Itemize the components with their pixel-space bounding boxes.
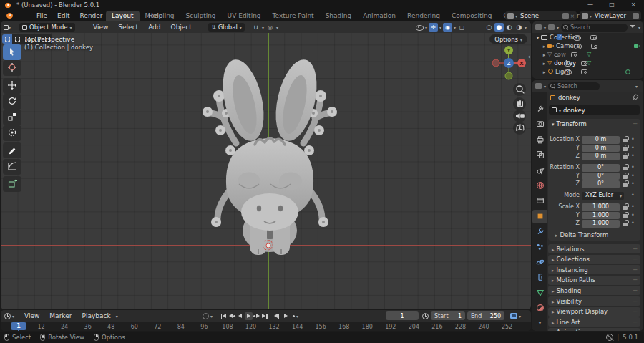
sync-mode-button[interactable] [510,310,521,322]
section-collections[interactable]: Collections [548,255,640,264]
new-view-layer-icon[interactable] [633,13,639,19]
lock-open-icon[interactable] [623,206,628,211]
value-field[interactable]: 0° [582,180,620,188]
outliner-row-donkey[interactable]: ▽donkey▽ [532,59,643,67]
workspace-tab-animation[interactable]: Animation [357,11,401,21]
section-line-art[interactable]: Line Art [548,317,640,327]
shading-material-preview-icon[interactable]: ◐ [504,23,514,32]
viewport-menu-add[interactable]: Add [143,24,165,31]
donkey-model[interactable] [180,43,359,258]
annotate-tool[interactable] [3,142,21,158]
expand-icon[interactable] [541,51,547,58]
lock-open-icon[interactable] [623,223,628,227]
filter-icon[interactable] [630,24,636,31]
options-dropdown[interactable]: Options [489,34,527,44]
menu-edit[interactable]: Edit [52,10,74,21]
close-button[interactable]: × [623,0,644,10]
animate-decorator-icon[interactable]: • [631,173,635,180]
play-button[interactable] [245,312,253,320]
expand-icon[interactable] [541,68,547,75]
eye-open-icon[interactable] [574,44,581,49]
drag-handle-icon[interactable] [633,120,637,127]
lock-open-icon[interactable] [623,183,628,188]
delta-transform-section[interactable]: Delta Transform [555,231,636,239]
lock-open-icon[interactable] [623,167,628,171]
workspace-tab-layout[interactable]: Layout [106,11,140,21]
value-field[interactable]: 1.000 [582,203,620,211]
workspace-tab-uv-editing[interactable]: UV Editing [222,11,267,21]
properties-tab-object[interactable] [532,210,547,223]
shading-wireframe-icon[interactable]: ○ [484,23,494,32]
animate-decorator-icon[interactable]: • [631,136,635,144]
unlink-scene-icon[interactable]: × [570,13,575,19]
menu-file[interactable]: File [31,10,52,21]
section-animation[interactable]: Animation [548,328,640,331]
section-visibility[interactable]: Visibility [548,296,640,306]
properties-tab-view-layer[interactable] [532,149,547,163]
properties-options-icon[interactable] [635,82,638,90]
select-box-tool[interactable] [3,44,21,60]
value-field[interactable]: 1.000 [582,220,620,228]
animate-decorator-icon[interactable]: • [631,212,635,220]
3d-cursor[interactable] [263,240,273,251]
transform-tool[interactable] [3,125,21,141]
properties-tab-material[interactable] [532,302,547,316]
render-visibility-icon[interactable] [581,69,587,74]
value-field[interactable]: 0 m [582,153,620,160]
properties-editor-icon[interactable] [535,83,542,89]
checkbox-icon[interactable] [557,34,562,40]
blender-menu-icon[interactable] [6,12,14,19]
properties-tab-output[interactable] [532,133,547,147]
viewport-menu-object[interactable]: Object [166,24,197,31]
timeline-menu-view[interactable]: View [19,312,44,319]
viewport-menu-select[interactable]: Select [113,24,143,31]
timeline-menu-marker[interactable]: Marker [44,312,77,319]
camera-view-button[interactable] [513,110,526,122]
timeline-menu-playback[interactable]: Playback [77,312,115,319]
menu-render[interactable]: Render [75,10,108,21]
new-scene-icon[interactable] [562,13,569,19]
workspace-tab-sculpting[interactable]: Sculpting [180,11,222,21]
editor-type-button[interactable] [4,21,11,33]
value-field[interactable]: 1.000 [582,212,620,220]
scale-tool[interactable] [3,110,21,125]
outliner-search-input[interactable] [570,24,628,31]
play-reverse-button[interactable] [236,312,244,320]
value-field[interactable]: 0° [582,164,620,172]
lock-open-icon[interactable] [623,147,628,151]
properties-search[interactable] [548,82,600,90]
navigation-gizmo[interactable]: YXZ [490,44,527,82]
properties-tab-modifiers[interactable] [532,226,547,239]
frame-back-button[interactable] [273,312,280,320]
use-preview-range-button[interactable] [422,310,429,322]
projection-toggle-button[interactable] [513,122,526,135]
view-layer-name[interactable]: ViewLayer [593,12,631,19]
outliner-row-cow[interactable]: ▽cow▽ [532,50,643,59]
auto-keying-button[interactable] [203,310,213,322]
select-mode-box[interactable] [12,34,22,44]
outliner-search[interactable] [561,24,628,32]
proportional-editing-icon[interactable]: ◎ [265,23,275,32]
frame-end-field[interactable]: End 250 [467,311,504,320]
pin-icon[interactable] [630,92,639,101]
render-visibility-icon[interactable] [571,52,577,57]
properties-tab-constraints[interactable] [532,271,547,285]
animate-decorator-icon[interactable]: • [631,180,635,188]
playhead-line[interactable] [18,330,19,331]
eye-open-icon[interactable] [564,69,571,74]
properties-tab-scene[interactable] [532,164,547,178]
properties-tab-physics[interactable] [532,256,547,270]
outliner-row-camera[interactable]: Camera [532,42,643,50]
lock-open-icon[interactable] [623,175,628,179]
transform-panel-header[interactable]: Transform [548,119,640,129]
toggle-xray-icon[interactable]: ▢ [457,23,467,32]
eye-open-icon[interactable] [573,35,580,40]
current-frame-indicator[interactable]: 1 [11,322,26,330]
outliner-editor-icon[interactable] [535,24,542,30]
gizmo-axis-y-neg[interactable] [505,72,512,79]
add-cube-tool[interactable] [3,176,21,192]
transform-orientation-dropdown[interactable]: ⇅ Global [208,21,245,33]
eye-closed-icon[interactable] [554,52,561,57]
frame-forward-button[interactable] [281,312,289,320]
render-visibility-icon[interactable] [581,61,587,66]
